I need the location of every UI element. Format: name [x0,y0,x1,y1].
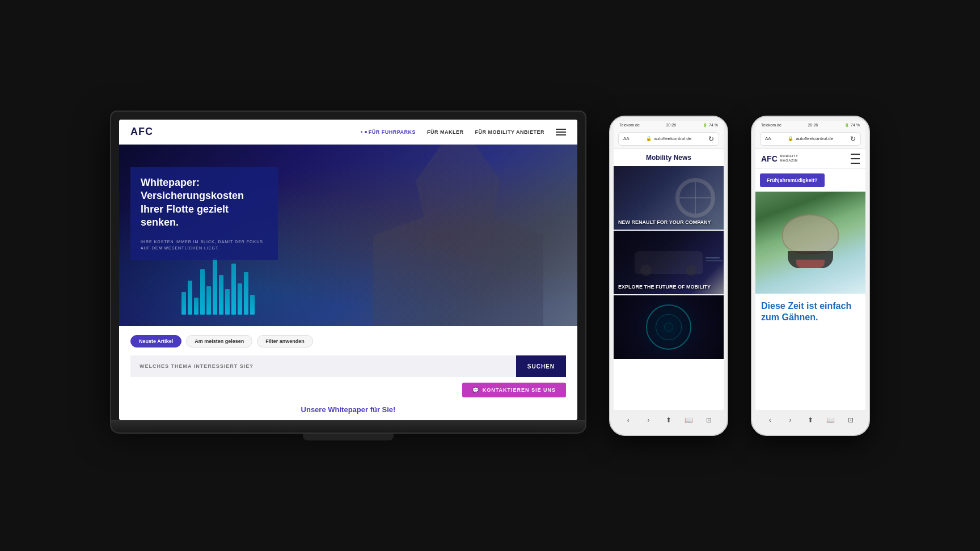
phone2-logo-subtitle-1: MOBILITY [780,154,799,158]
scene: AFC FÜR FUHRPARKS FÜR MAKLER FÜR MOBILIT… [0,0,980,551]
phone2-header: AFC MOBILITY MAGAZIN [755,149,865,169]
bar-10 [238,283,242,315]
content-section: Neuste Artikel Am meisten gelesen Filter… [119,326,577,420]
phone2-tabs-btn[interactable]: ⊡ [845,414,856,426]
dog-head [776,214,844,271]
phone1-news-card-2[interactable]: EXPLORE THE FUTURE OF MOBILITY [614,231,724,294]
hero-section: Whitepaper: Versicherungskosten Ihrer Fl… [119,145,577,326]
data-visualization [181,258,255,315]
phone2-forward-btn[interactable]: › [784,414,796,426]
phone2-bookmarks-btn[interactable]: 📖 [825,414,837,426]
bar-4 [200,269,205,315]
phone1-page-title: Mobility News [614,149,724,166]
nav-dot [365,131,367,133]
phone2-article-title: Diese Zeit ist einfach zum Gähnen. [755,294,865,327]
dog-head-shape [782,214,839,254]
phone2-time: 20:26 [808,123,818,127]
laptop-base [110,421,586,434]
phone1-share-btn[interactable]: ⬆ [663,414,674,426]
phone2-logo: AFC MOBILITY MAGAZIN [761,154,798,163]
phone2-carrier: Telekom.de [761,123,782,127]
hamburger-line-3 [556,134,566,135]
phone1-lock-icon: 🔒 [646,136,652,141]
bar-11 [244,272,248,315]
phone2-url[interactable]: autofleetcontrol.de [796,136,833,141]
laptop-device: AFC FÜR FUHRPARKS FÜR MAKLER FÜR MOBILIT… [110,111,586,440]
nav-item-fuhrparks[interactable]: FÜR FUHRPARKS [361,129,416,135]
phone1-tabs-btn[interactable]: ⊡ [703,414,715,426]
bar-5 [206,286,211,315]
laptop-screen: AFC FÜR FUHRPARKS FÜR MAKLER FÜR MOBILIT… [119,120,577,420]
phone1-device: Telekom.de 20:26 🔋 74 % AA 🔒 autofleetco… [609,116,728,436]
phone1-news-img-2: EXPLORE THE FUTURE OF MOBILITY [614,231,724,294]
phone2-back-btn[interactable]: ‹ [764,414,776,426]
phone2-browser-bar: AA 🔒 autofleetcontrol.de ↻ [755,129,865,149]
contact-btn-row: 💬 KONTAKTIEREN SIE UNS [130,383,566,397]
site-header: AFC FÜR FUHRPARKS FÜR MAKLER FÜR MOBILIT… [119,120,577,145]
phone2-device: Telekom.de 20:26 🔋 74 % AA 🔒 autofleetco… [751,116,870,436]
bar-3 [194,298,198,315]
phone2-hero-img [755,192,865,294]
bar-8 [225,289,230,315]
filter-btn-newest[interactable]: Neuste Artikel [130,335,181,347]
phone1-card1-label: NEW RENAULT FOR YOUR COMPANY [618,219,711,225]
phone1-address-bar: AA 🔒 autofleetcontrol.de ↻ [618,132,719,146]
phone2-url-area: 🔒 autofleetcontrol.de [788,136,833,141]
hamburger-line-2 [556,132,566,133]
phone1-url-area: 🔒 autofleetcontrol.de [646,136,691,141]
phone2-reload-icon[interactable]: ↻ [850,135,856,143]
phone1-bookmarks-btn[interactable]: 📖 [683,414,695,426]
filter-btn-filter[interactable]: Filter anwenden [257,335,313,347]
filter-btn-popular[interactable]: Am meisten gelesen [186,335,252,347]
phone2-ham-line-2 [851,158,860,159]
bar-7 [219,275,223,315]
bar-2 [188,281,192,315]
phone2-share-btn[interactable]: ⬆ [805,414,816,426]
phone2-aa[interactable]: AA [765,136,771,141]
phone1-news-card-1[interactable]: NEW RENAULT FOR YOUR COMPANY [614,166,724,230]
phone1-url[interactable]: autofleetcontrol.de [654,136,691,141]
phone2-ham-line-1 [851,154,860,155]
phone2-lock-icon: 🔒 [788,136,793,141]
phone1-battery: 🔋 74 % [703,123,718,128]
search-button[interactable]: SUCHEN [516,355,566,377]
phone1-aa[interactable]: AA [623,136,630,141]
contact-label: KONTAKTIEREN SIE UNS [483,387,556,393]
laptop-stand [303,434,394,440]
phone1-news-card-3[interactable] [614,295,724,359]
dog-area [755,192,865,294]
nav-item-mobility[interactable]: FÜR MOBILITY ANBIETER [475,129,545,135]
phone2-logo-text: AFC [761,154,778,163]
phone1-back-btn[interactable]: ‹ [623,414,634,426]
phone2-hamburger[interactable] [851,154,860,164]
radar-area [614,295,724,359]
phone2-ham-line-3 [851,163,860,164]
site-nav: FÜR FUHRPARKS FÜR MAKLER FÜR MOBILITY AN… [361,129,566,135]
whitepaper-link[interactable]: Unsere Whitepaper für Sie! [130,405,566,414]
phone1-reload-icon[interactable]: ↻ [708,135,714,143]
phone1-card2-label: EXPLORE THE FUTURE OF MOBILITY [618,284,711,290]
spring-button[interactable]: Frühjahrsmüdigkeit? [760,173,825,187]
phone1-screen: Mobility News [614,149,724,410]
phone1-page-content: Mobility News [614,149,724,359]
phone1-bezel: Telekom.de 20:26 🔋 74 % AA 🔒 autofleetco… [609,116,728,436]
phone2-battery: 🔋 74 % [844,123,860,128]
bar-6 [213,258,217,315]
search-input[interactable] [130,355,516,377]
contact-button[interactable]: 💬 KONTAKTIEREN SIE UNS [462,383,566,397]
phone2-address-bar: AA 🔒 autofleetcontrol.de ↻ [760,132,861,146]
contact-icon: 💬 [472,387,479,393]
phone2-screen: AFC MOBILITY MAGAZIN Frühjahrsmüdigkeit? [755,149,865,410]
phone1-forward-btn[interactable]: › [643,414,654,426]
bar-1 [181,292,186,315]
phone2-bottom-bar: ‹ › ⬆ 📖 ⊡ [755,410,865,430]
phone1-carrier: Telekom.de [619,123,640,127]
phone2-bezel: Telekom.de 20:26 🔋 74 % AA 🔒 autofleetco… [751,116,870,436]
laptop-bezel: AFC FÜR FUHRPARKS FÜR MAKLER FÜR MOBILIT… [110,111,586,421]
phone1-news-img-3 [614,295,724,359]
nav-item-makler[interactable]: FÜR MAKLER [427,129,464,135]
hamburger-menu[interactable] [556,129,566,135]
phone2-logo-subtitle-2: MAGAZIN [780,159,799,163]
phone1-browser-bar: AA 🔒 autofleetcontrol.de ↻ [614,129,724,149]
phone1-news-img-1: NEW RENAULT FOR YOUR COMPANY [614,166,724,230]
